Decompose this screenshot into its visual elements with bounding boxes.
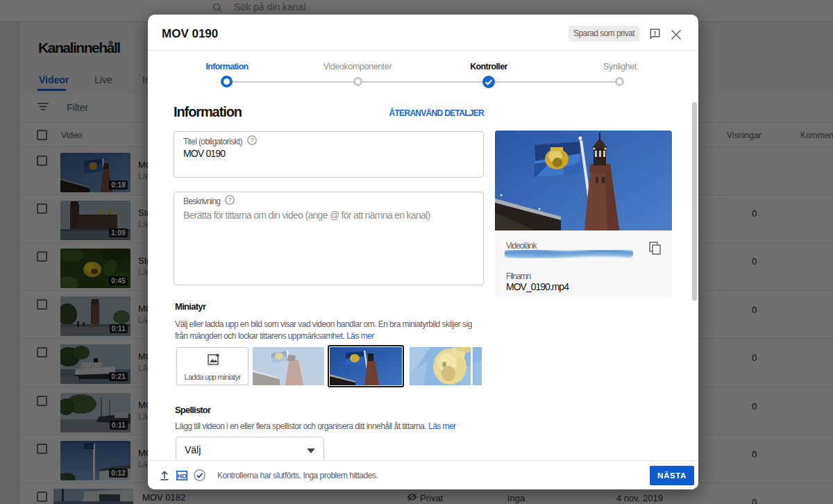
svg-text:HD: HD: [177, 472, 187, 480]
svg-text:?: ?: [250, 137, 253, 144]
svg-text:?: ?: [228, 196, 231, 203]
